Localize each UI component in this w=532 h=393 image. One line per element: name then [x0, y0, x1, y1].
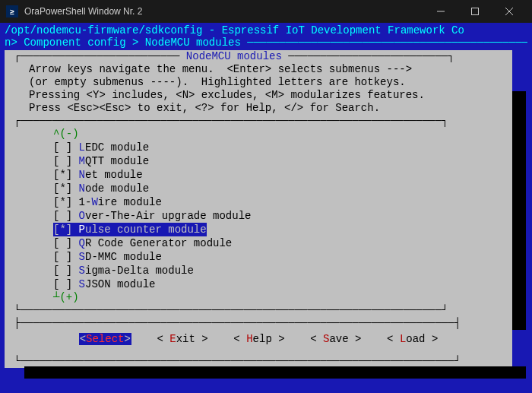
module-label: R Code Generator module — [85, 237, 232, 249]
module-item[interactable]: [ ] QR Code Generator module — [53, 236, 512, 250]
exit-button[interactable]: < Exit > — [157, 333, 208, 345]
help-button[interactable]: < Help > — [233, 333, 284, 345]
checkbox-marker: [ ] — [53, 278, 79, 290]
module-list[interactable]: [ ] LEDC module[ ] MQTT module[*] Net mo… — [5, 141, 512, 291]
scroll-down-indicator[interactable]: ┴(+) — [5, 291, 512, 304]
scroll-up-indicator[interactable]: ^(-) — [5, 128, 512, 141]
button-bar: <Select> < Exit > < Help > < Save > < Lo… — [5, 330, 512, 355]
help-text-4: Press <Esc><Esc> to exit, <?> for Help, … — [5, 102, 512, 115]
close-button[interactable] — [492, 0, 526, 23]
module-label: et module — [85, 169, 143, 181]
module-label: ver-The-Air upgrade module — [85, 210, 251, 222]
shadow-right — [512, 91, 526, 330]
hotkey-letter: S — [79, 278, 85, 290]
panel-title-bar: ┌───────────────────────── NodeMCU modul… — [5, 50, 512, 63]
config-path: /opt/nodemcu-firmware/sdkconfig - Espres… — [5, 24, 527, 36]
module-label: EDC module — [85, 141, 149, 154]
module-item[interactable]: [ ] SJSON module — [53, 277, 512, 291]
module-item[interactable]: [ ] SD-MMC module — [53, 250, 512, 264]
hotkey-letter: M — [79, 155, 85, 167]
maximize-button[interactable] — [458, 0, 492, 23]
module-label: igma-Delta module — [85, 265, 194, 277]
module-label: ode module — [85, 182, 149, 195]
load-button[interactable]: < Load > — [387, 333, 438, 345]
powershell-icon: ≥ — [6, 5, 18, 17]
checkbox-marker: [*] — [53, 169, 79, 181]
hotkey-letter: N — [79, 182, 85, 195]
checkbox-marker: [ ] — [53, 210, 79, 222]
panel-title: NodeMCU modules — [186, 50, 282, 62]
shadow-bottom — [24, 366, 526, 379]
module-label: QTT module — [85, 155, 149, 167]
module-label: ire module — [98, 196, 162, 208]
module-label: ulse counter module — [85, 223, 207, 236]
window-title: OraPowerShell Window Nr. 2 — [24, 6, 423, 17]
checkbox-marker: [ ] — [53, 251, 79, 263]
terminal: /opt/nodemcu-firmware/sdkconfig - Espres… — [0, 23, 532, 393]
window-controls — [423, 0, 526, 23]
menu-panel: ┌───────────────────────── NodeMCU modul… — [5, 50, 512, 368]
svg-rect-1 — [471, 8, 478, 15]
checkbox-marker: [*] — [53, 223, 79, 236]
save-button[interactable]: < Save > — [310, 333, 361, 345]
hotkey-letter: W — [91, 196, 97, 208]
module-item[interactable]: [*] Pulse counter module — [53, 223, 512, 236]
hotkey-letter: S — [79, 265, 85, 277]
module-item[interactable]: [ ] LEDC module — [53, 141, 512, 154]
module-item[interactable]: [*] Node module — [53, 182, 512, 195]
window-titlebar: ≥ OraPowerShell Window Nr. 2 — [0, 0, 532, 23]
hotkey-letter: O — [79, 210, 85, 222]
module-label: D-MMC module — [85, 251, 162, 263]
help-text-1: Arrow keys navigate the menu. <Enter> se… — [5, 63, 512, 76]
select-button[interactable]: <Select> — [79, 333, 131, 345]
panel-bottom-border: ├───────────────────────────────────────… — [5, 317, 512, 330]
breadcrumb: n> Component config > NodeMCU modules ──… — [5, 36, 527, 49]
module-item[interactable]: [*] Net module — [53, 168, 512, 182]
checkbox-marker: [ ] — [53, 141, 79, 154]
module-label: JSON module — [85, 278, 155, 290]
hotkey-letter: Q — [79, 237, 85, 249]
help-text-2: (or empty submenus ----). Highlighted le… — [5, 76, 512, 89]
hotkey-letter: S — [79, 251, 85, 263]
checkbox-marker: [*] — [53, 182, 79, 195]
inner-box-bottom: └───────────────────────────────────────… — [5, 304, 512, 317]
inner-box-top: ┌───────────────────────────────────────… — [5, 115, 512, 128]
module-item[interactable]: [ ] Sigma-Delta module — [53, 264, 512, 277]
minimize-button[interactable] — [423, 0, 458, 23]
hotkey-letter: P — [79, 223, 85, 236]
module-item[interactable]: [ ] MQTT module — [53, 154, 512, 168]
hotkey-letter: L — [79, 141, 85, 154]
checkbox-marker: [ ] — [53, 265, 79, 277]
checkbox-marker: [ ] — [53, 155, 79, 167]
help-text-3: Pressing <Y> includes, <N> excludes, <M>… — [5, 89, 512, 102]
checkbox-marker: [ ] — [53, 237, 79, 249]
module-item[interactable]: [*] 1-Wire module — [53, 195, 512, 209]
module-item[interactable]: [ ] Over-The-Air upgrade module — [53, 209, 512, 223]
hotkey-letter: N — [79, 169, 85, 181]
checkbox-marker: [*] — [53, 196, 79, 208]
